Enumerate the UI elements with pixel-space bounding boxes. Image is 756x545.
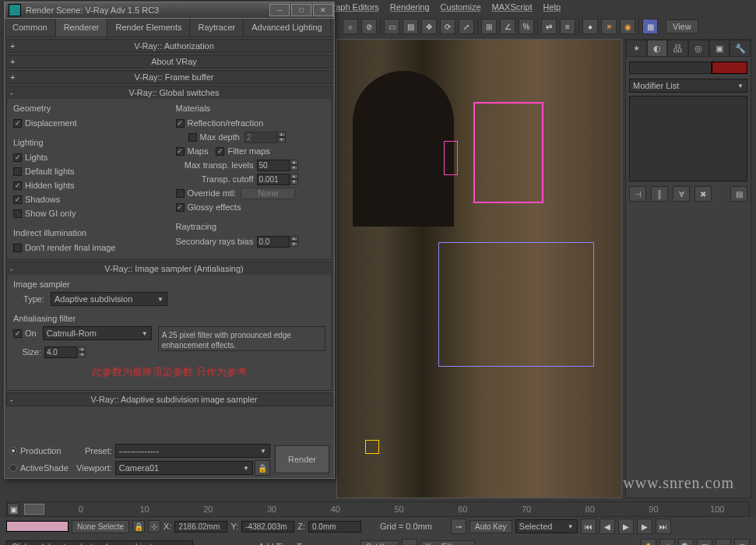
key-icon[interactable]: ⊸ xyxy=(402,539,417,545)
menu-help[interactable]: Help xyxy=(539,1,566,13)
setkey-button[interactable]: Set Key xyxy=(360,540,399,546)
tab-common[interactable]: Common xyxy=(5,19,56,37)
spin-down-icon[interactable]: ▾ xyxy=(278,137,286,142)
secbias-input[interactable] xyxy=(257,236,290,248)
menu-rendering[interactable]: Rendering xyxy=(385,1,434,13)
mirror-icon[interactable]: ⇄ xyxy=(541,19,557,34)
size-input[interactable] xyxy=(44,346,77,358)
selection-lock-icon[interactable] xyxy=(6,521,69,532)
tab-renderer[interactable]: Renderer xyxy=(56,19,108,37)
percent-snap-icon[interactable]: % xyxy=(519,19,534,34)
maxdepth-checkbox[interactable] xyxy=(188,133,197,142)
spin-up-icon[interactable]: ▴ xyxy=(290,160,298,165)
glossy-checkbox[interactable]: ✓ xyxy=(176,203,185,212)
refcoord-dropdown[interactable]: View xyxy=(666,19,698,33)
override-checkbox[interactable] xyxy=(176,189,185,198)
maxtransp-input[interactable] xyxy=(257,160,290,171)
default-lights-checkbox[interactable] xyxy=(13,167,22,176)
unique-icon[interactable]: ∀ xyxy=(673,186,690,202)
remove-mod-icon[interactable]: ✖ xyxy=(694,186,712,202)
lock-view-icon[interactable]: 🔒 xyxy=(255,460,270,476)
aa-filter-dropdown[interactable]: Catmull-Rom▼ xyxy=(43,326,152,340)
time-slider[interactable] xyxy=(24,504,44,515)
addtimetag-label[interactable]: Add Time Tag xyxy=(258,542,311,545)
spin-down-icon[interactable]: ▾ xyxy=(78,352,86,357)
override-mtl-button[interactable]: None xyxy=(241,188,295,199)
spin-up-icon[interactable]: ▴ xyxy=(290,174,298,179)
play-icon[interactable]: ▶ xyxy=(618,519,634,534)
aa-on-checkbox[interactable]: ✓ xyxy=(13,329,22,338)
move-icon[interactable]: ✥ xyxy=(421,19,437,34)
expand-icon[interactable]: + xyxy=(10,57,19,66)
prev-frame-icon[interactable]: ◀ xyxy=(600,519,615,534)
keyfilters-button[interactable]: Key Filters... xyxy=(420,540,475,546)
scale-icon[interactable]: ⤢ xyxy=(459,19,474,34)
render-icon[interactable]: ☀ xyxy=(601,19,617,34)
rollout-about[interactable]: +About VRay xyxy=(6,54,332,69)
dialog-titlebar[interactable]: Render Scene: V-Ray Adv 1.5 RC3 ─ □ ✕ xyxy=(5,2,334,19)
x-coord-input[interactable] xyxy=(174,521,227,533)
selbyname-icon[interactable]: ▤ xyxy=(403,19,418,34)
tab-utilities-icon[interactable]: 🔧 xyxy=(730,40,751,57)
tab-advanced-lighting[interactable]: Advanced Lighting xyxy=(244,19,331,37)
pin-stack-icon[interactable]: ⊣ xyxy=(629,186,646,202)
hidden-lights-checkbox[interactable]: ✓ xyxy=(13,181,22,190)
menu-maxscript[interactable]: MAXScript xyxy=(487,1,537,13)
expand-icon[interactable]: + xyxy=(10,72,19,82)
keyfilter-dropdown[interactable]: Selected▼ xyxy=(515,519,578,533)
collapse-icon[interactable]: - xyxy=(10,395,19,404)
tab-display-icon[interactable]: ▣ xyxy=(709,40,730,57)
link-icon[interactable]: ⟐ xyxy=(343,19,358,34)
tab-modify-icon[interactable]: ◐ xyxy=(647,40,668,57)
sampler-type-dropdown[interactable]: Adaptive subdivision▼ xyxy=(51,292,167,306)
dont-render-checkbox[interactable] xyxy=(13,244,22,252)
spin-down-icon[interactable]: ▾ xyxy=(290,179,298,185)
select-icon[interactable]: ▭ xyxy=(384,19,399,34)
maxdepth-input[interactable] xyxy=(244,132,277,143)
pan-icon[interactable]: ✋ xyxy=(641,539,656,545)
snap-icon[interactable]: ⊞ xyxy=(481,19,497,34)
preset-dropdown[interactable]: --------------▼ xyxy=(115,444,270,458)
lock-selection-icon[interactable]: 🔒 xyxy=(132,520,145,533)
object-name-field[interactable] xyxy=(629,62,712,74)
tab-create-icon[interactable]: ✶ xyxy=(626,40,647,57)
activeshade-radio[interactable] xyxy=(9,464,17,472)
maximize-button[interactable]: □ xyxy=(291,4,311,16)
close-button[interactable]: ✕ xyxy=(313,4,333,16)
z-coord-input[interactable] xyxy=(308,521,361,533)
quickrender-icon[interactable]: ◉ xyxy=(620,19,635,34)
tab-render-elements[interactable]: Render Elements xyxy=(107,19,190,37)
fov-icon[interactable]: ▱ xyxy=(716,539,731,545)
viewport-dropdown[interactable]: Camera01▼ xyxy=(115,461,253,475)
spin-down-icon[interactable]: ▾ xyxy=(290,241,298,247)
spin-up-icon[interactable]: ▴ xyxy=(78,346,86,352)
rollout-adaptive-subdiv[interactable]: -V-Ray:: Adaptive subdivision image samp… xyxy=(6,392,332,406)
layout-icon[interactable]: ▦ xyxy=(642,19,658,34)
tab-hierarchy-icon[interactable]: 品 xyxy=(667,40,688,57)
timeline[interactable]: ▣ 0 10 20 30 40 50 60 70 80 90 100 xyxy=(6,501,750,517)
collapse-icon[interactable]: - xyxy=(10,88,19,97)
min-max-toggle-icon[interactable]: ⊞ xyxy=(734,539,750,545)
keymode-icon[interactable]: ⊸ xyxy=(451,519,466,534)
arc-rotate-icon[interactable]: ⟲ xyxy=(659,539,675,545)
object-color-swatch[interactable] xyxy=(712,62,747,74)
menu-customize[interactable]: Customize xyxy=(436,1,486,13)
shadows-checkbox[interactable]: ✓ xyxy=(13,195,22,204)
angle-snap-icon[interactable]: ∠ xyxy=(500,19,515,34)
render-button[interactable]: Render xyxy=(275,445,329,473)
viewport-camera[interactable] xyxy=(336,39,622,498)
tab-motion-icon[interactable]: ◎ xyxy=(688,40,709,57)
modifier-list-dropdown[interactable]: Modifier List ▼ xyxy=(629,79,747,93)
maps-checkbox[interactable]: ✓ xyxy=(176,147,185,156)
show-gi-checkbox[interactable] xyxy=(13,209,22,218)
show-end-icon[interactable]: ║ xyxy=(651,186,668,202)
collapse-icon[interactable]: - xyxy=(10,264,19,273)
minimize-button[interactable]: ─ xyxy=(269,4,290,16)
lights-checkbox[interactable]: ✓ xyxy=(13,153,22,162)
rotate-icon[interactable]: ⟳ xyxy=(440,19,455,34)
refl-checkbox[interactable]: ✓ xyxy=(176,119,185,128)
filtermaps-checkbox[interactable]: ✓ xyxy=(216,147,224,156)
goto-start-icon[interactable]: ⏮ xyxy=(581,519,596,534)
material-icon[interactable]: ● xyxy=(582,19,598,34)
align-icon[interactable]: ≡ xyxy=(560,19,575,34)
